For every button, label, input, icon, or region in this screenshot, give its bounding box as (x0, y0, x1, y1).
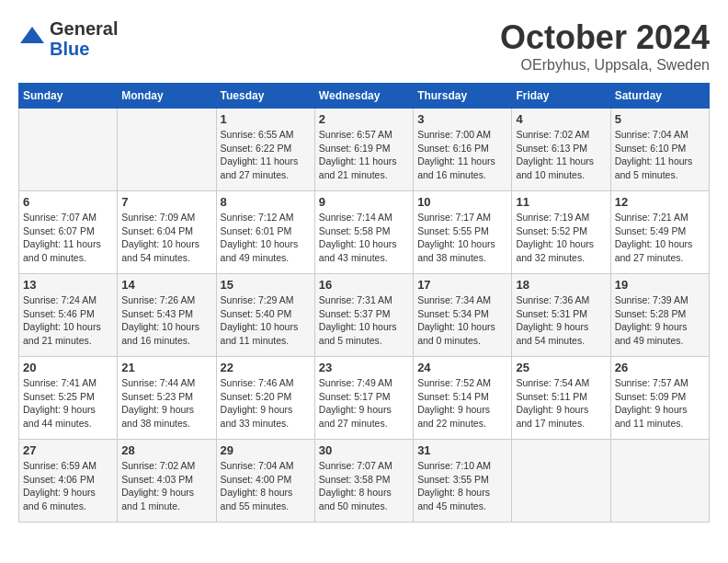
logo-text: General Blue (50, 18, 118, 59)
week-row-4: 20Sunrise: 7:41 AM Sunset: 5:25 PM Dayli… (19, 357, 710, 440)
day-info: Sunrise: 7:44 AM Sunset: 5:23 PM Dayligh… (121, 376, 211, 431)
header-cell-wednesday: Wednesday (314, 84, 413, 109)
title-block: October 2024 OErbyhus, Uppsala, Sweden (500, 18, 710, 74)
day-info: Sunrise: 7:57 AM Sunset: 5:09 PM Dayligh… (615, 376, 705, 431)
header-row: SundayMondayTuesdayWednesdayThursdayFrid… (19, 84, 710, 109)
day-number: 6 (23, 195, 113, 209)
day-info: Sunrise: 7:31 AM Sunset: 5:37 PM Dayligh… (319, 293, 409, 348)
calendar-subtitle: OErbyhus, Uppsala, Sweden (500, 57, 710, 74)
day-info: Sunrise: 6:57 AM Sunset: 6:19 PM Dayligh… (319, 128, 409, 182)
day-cell: 27Sunrise: 6:59 AM Sunset: 4:06 PM Dayli… (19, 440, 118, 523)
day-number: 14 (121, 278, 211, 292)
day-info: Sunrise: 7:02 AM Sunset: 6:13 PM Dayligh… (516, 128, 606, 182)
day-info: Sunrise: 7:39 AM Sunset: 5:28 PM Dayligh… (615, 293, 705, 348)
day-number: 17 (417, 278, 507, 292)
day-number: 7 (121, 195, 211, 209)
day-cell: 5Sunrise: 7:04 AM Sunset: 6:10 PM Daylig… (610, 109, 709, 191)
day-number: 20 (23, 361, 113, 374)
svg-marker-0 (20, 27, 44, 43)
day-cell: 24Sunrise: 7:52 AM Sunset: 5:14 PM Dayli… (414, 357, 512, 440)
day-info: Sunrise: 7:19 AM Sunset: 5:52 PM Dayligh… (516, 211, 606, 265)
week-row-2: 6Sunrise: 7:07 AM Sunset: 6:07 PM Daylig… (19, 191, 710, 274)
day-cell: 9Sunrise: 7:14 AM Sunset: 5:58 PM Daylig… (314, 191, 413, 274)
day-info: Sunrise: 7:36 AM Sunset: 5:31 PM Dayligh… (516, 293, 606, 348)
day-number: 12 (615, 195, 705, 209)
day-cell: 14Sunrise: 7:26 AM Sunset: 5:43 PM Dayli… (118, 274, 216, 357)
day-cell (512, 440, 610, 523)
day-number: 2 (319, 112, 409, 126)
calendar-header: SundayMondayTuesdayWednesdayThursdayFrid… (19, 84, 710, 109)
day-number: 22 (221, 361, 311, 374)
day-number: 29 (221, 443, 311, 457)
day-cell: 1Sunrise: 6:55 AM Sunset: 6:22 PM Daylig… (216, 109, 314, 191)
day-cell: 4Sunrise: 7:02 AM Sunset: 6:13 PM Daylig… (512, 109, 610, 191)
day-number: 25 (516, 361, 606, 374)
logo-blue: Blue (50, 39, 118, 59)
day-info: Sunrise: 7:17 AM Sunset: 5:55 PM Dayligh… (417, 211, 507, 265)
day-cell: 8Sunrise: 7:12 AM Sunset: 6:01 PM Daylig… (216, 191, 314, 274)
day-info: Sunrise: 7:12 AM Sunset: 6:01 PM Dayligh… (221, 211, 311, 265)
page-header: General Blue October 2024 OErbyhus, Upps… (18, 18, 710, 74)
day-number: 28 (121, 443, 211, 457)
calendar-body: 1Sunrise: 6:55 AM Sunset: 6:22 PM Daylig… (19, 109, 710, 523)
day-number: 13 (23, 278, 113, 292)
day-number: 16 (319, 278, 409, 292)
day-cell: 28Sunrise: 7:02 AM Sunset: 4:03 PM Dayli… (118, 440, 216, 523)
header-cell-saturday: Saturday (610, 84, 709, 109)
day-number: 30 (319, 443, 409, 457)
day-info: Sunrise: 7:07 AM Sunset: 6:07 PM Dayligh… (23, 211, 113, 265)
day-number: 21 (121, 361, 211, 374)
day-info: Sunrise: 7:21 AM Sunset: 5:49 PM Dayligh… (615, 211, 705, 265)
day-number: 31 (417, 443, 507, 457)
day-number: 23 (319, 361, 409, 374)
day-cell: 2Sunrise: 6:57 AM Sunset: 6:19 PM Daylig… (314, 109, 413, 191)
day-info: Sunrise: 7:26 AM Sunset: 5:43 PM Dayligh… (121, 293, 211, 348)
logo-icon (18, 25, 46, 52)
day-number: 19 (615, 278, 705, 292)
day-info: Sunrise: 7:02 AM Sunset: 4:03 PM Dayligh… (121, 459, 211, 513)
day-number: 3 (417, 112, 507, 126)
day-info: Sunrise: 7:04 AM Sunset: 6:10 PM Dayligh… (615, 128, 705, 182)
day-cell: 12Sunrise: 7:21 AM Sunset: 5:49 PM Dayli… (610, 191, 709, 274)
week-row-3: 13Sunrise: 7:24 AM Sunset: 5:46 PM Dayli… (19, 274, 710, 357)
header-cell-sunday: Sunday (19, 84, 118, 109)
calendar-title: October 2024 (500, 18, 710, 57)
day-cell: 6Sunrise: 7:07 AM Sunset: 6:07 PM Daylig… (19, 191, 118, 274)
header-cell-tuesday: Tuesday (216, 84, 314, 109)
day-number: 8 (221, 195, 311, 209)
day-cell: 20Sunrise: 7:41 AM Sunset: 5:25 PM Dayli… (19, 357, 118, 440)
day-info: Sunrise: 7:24 AM Sunset: 5:46 PM Dayligh… (23, 293, 113, 348)
logo: General Blue (18, 18, 118, 59)
day-number: 15 (221, 278, 311, 292)
day-cell: 10Sunrise: 7:17 AM Sunset: 5:55 PM Dayli… (414, 191, 512, 274)
day-cell: 31Sunrise: 7:10 AM Sunset: 3:55 PM Dayli… (414, 440, 512, 523)
day-cell: 13Sunrise: 7:24 AM Sunset: 5:46 PM Dayli… (19, 274, 118, 357)
day-number: 9 (319, 195, 409, 209)
day-cell: 16Sunrise: 7:31 AM Sunset: 5:37 PM Dayli… (314, 274, 413, 357)
day-number: 11 (516, 195, 606, 209)
day-cell: 17Sunrise: 7:34 AM Sunset: 5:34 PM Dayli… (414, 274, 512, 357)
day-info: Sunrise: 7:52 AM Sunset: 5:14 PM Dayligh… (417, 376, 507, 431)
day-cell: 19Sunrise: 7:39 AM Sunset: 5:28 PM Dayli… (610, 274, 709, 357)
day-cell: 22Sunrise: 7:46 AM Sunset: 5:20 PM Dayli… (216, 357, 314, 440)
day-cell: 3Sunrise: 7:00 AM Sunset: 6:16 PM Daylig… (414, 109, 512, 191)
day-number: 18 (516, 278, 606, 292)
day-number: 10 (417, 195, 507, 209)
header-cell-friday: Friday (512, 84, 610, 109)
day-cell: 7Sunrise: 7:09 AM Sunset: 6:04 PM Daylig… (118, 191, 216, 274)
day-cell: 11Sunrise: 7:19 AM Sunset: 5:52 PM Dayli… (512, 191, 610, 274)
day-number: 27 (23, 443, 113, 457)
day-number: 5 (615, 112, 705, 126)
day-info: Sunrise: 6:59 AM Sunset: 4:06 PM Dayligh… (23, 459, 113, 513)
day-number: 1 (221, 112, 311, 126)
day-info: Sunrise: 7:46 AM Sunset: 5:20 PM Dayligh… (221, 376, 311, 431)
day-info: Sunrise: 7:00 AM Sunset: 6:16 PM Dayligh… (417, 128, 507, 182)
day-info: Sunrise: 7:14 AM Sunset: 5:58 PM Dayligh… (319, 211, 409, 265)
day-info: Sunrise: 7:07 AM Sunset: 3:58 PM Dayligh… (319, 459, 409, 513)
day-number: 26 (615, 361, 705, 374)
day-cell: 26Sunrise: 7:57 AM Sunset: 5:09 PM Dayli… (610, 357, 709, 440)
day-cell: 29Sunrise: 7:04 AM Sunset: 4:00 PM Dayli… (216, 440, 314, 523)
day-cell: 15Sunrise: 7:29 AM Sunset: 5:40 PM Dayli… (216, 274, 314, 357)
day-cell: 30Sunrise: 7:07 AM Sunset: 3:58 PM Dayli… (314, 440, 413, 523)
day-info: Sunrise: 7:04 AM Sunset: 4:00 PM Dayligh… (221, 459, 311, 513)
